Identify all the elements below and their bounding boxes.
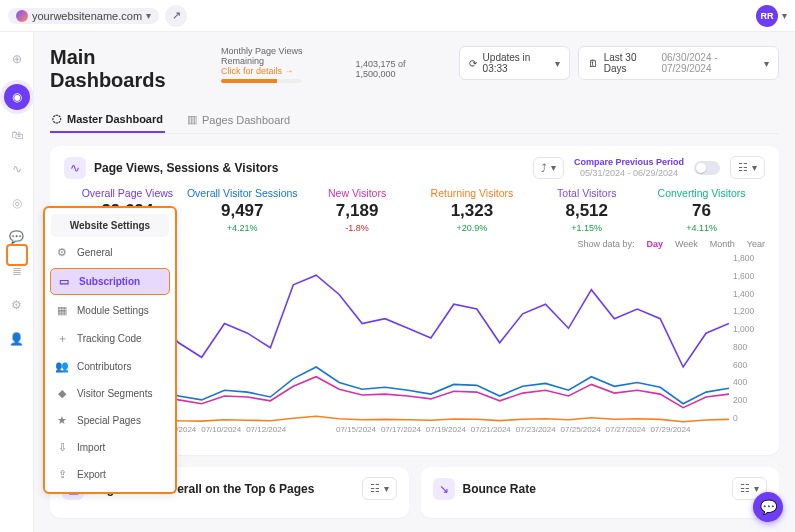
metric-value: 7,189 [300,201,415,221]
rail-dashboard-icon[interactable]: ◉ [4,84,30,110]
topbar: yourwebsitename.com ▾ ↗ RR ▾ [0,0,795,32]
pages-icon: ▥ [187,113,197,126]
flyout-title: Website Settings [51,214,169,237]
metric-label: Total Visitors [529,187,644,199]
compare-title: Compare Previous Period [574,157,684,168]
rail-settings-icon[interactable]: ⚙ [8,296,26,314]
flyout-item-contributors[interactable]: 👥Contributors [45,353,175,380]
x-tick: 07/29/2024 [648,425,693,441]
site-selector[interactable]: yourwebsitename.com ▾ [8,8,159,24]
flyout-item-icon: ⇪ [55,468,69,481]
metric[interactable]: New Visitors7,189-1.8% [300,187,415,233]
flyout-item-icon: ★ [55,414,69,427]
tab-master-dashboard[interactable]: ◌ Master Dashboard [50,106,165,133]
x-tick: 07/17/2024 [378,425,423,441]
card-settings-button[interactable]: ☷ ▾ [362,477,397,500]
page-title: Main Dashboards [50,46,203,92]
updates-label: Updates in 03:33 [483,52,549,74]
refresh-icon: ⟳ [469,58,477,69]
metric-value: 1,323 [414,201,529,221]
flyout-item-label: Export [77,469,106,480]
calendar-icon: 🗓 [588,58,598,69]
external-link-icon: ↗ [172,9,181,22]
open-external-button[interactable]: ↗ [165,5,187,27]
granularity-year[interactable]: Year [747,239,765,249]
flyout-item-label: Contributors [77,361,131,372]
x-tick: 07/12/2024 [244,425,289,441]
quota-bar [221,79,301,83]
y-tick: 1,000 [733,324,765,334]
chevron-down-icon[interactable]: ▾ [782,10,787,21]
x-tick: 07/10/2024 [199,425,244,441]
chevron-down-icon: ▾ [146,10,151,21]
flyout-item-label: Import [77,442,105,453]
metric[interactable]: Converting Visitors76+4.11% [644,187,759,233]
upload-icon: ⤴ [541,162,547,174]
quota-label: Monthly Page Views Remaining [221,46,338,66]
bounce-icon: ↘ [433,478,455,500]
metric-change: +4.11% [644,223,759,233]
flyout-item-label: Visitor Segments [77,388,152,399]
rail-cart-icon[interactable]: 🛍 [8,126,26,144]
flyout-item-general[interactable]: ⚙General [45,239,175,266]
flyout-item-icon: ▭ [57,275,71,288]
flyout-item-icon: 👥 [55,360,69,373]
metric-change: +20.9% [414,223,529,233]
flyout-item-subscription[interactable]: ▭Subscription [50,268,170,295]
metric-label: Overall Visitor Sessions [185,187,300,199]
metric-label: New Visitors [300,187,415,199]
user-avatar[interactable]: RR [756,5,778,27]
flyout-item-label: Subscription [79,276,140,287]
x-tick [289,425,334,441]
rail-activity-icon[interactable]: ∿ [8,160,26,178]
flyout-item-label: Module Settings [77,305,149,316]
y-tick: 200 [733,395,765,405]
range-label: Last 30 Days [604,52,656,74]
metric-change: +1.15% [529,223,644,233]
granularity-week[interactable]: Week [675,239,698,249]
granularity-day[interactable]: Day [646,239,663,249]
flyout-item-visitor-segments[interactable]: ◆Visitor Segments [45,380,175,407]
compare-period: Compare Previous Period 05/31/2024 - 06/… [574,157,684,179]
range-value: 06/30/2024 - 07/29/2024 [661,52,758,74]
flyout-item-module-settings[interactable]: ▦Module Settings [45,297,175,324]
settings-button[interactable]: ☷ ▾ [730,156,765,179]
rail-users-icon[interactable]: 👤 [8,330,26,348]
quota-widget[interactable]: Monthly Page Views Remaining Click for d… [221,46,338,83]
x-tick: 07/15/2024 [334,425,379,441]
x-tick: 07/21/2024 [468,425,513,441]
updates-pill[interactable]: ⟳ Updates in 03:33 ▾ [459,46,570,80]
rail-add-icon[interactable]: ⊕ [8,50,26,68]
y-tick: 400 [733,377,765,387]
y-tick: 1,800 [733,253,765,263]
chevron-down-icon: ▾ [764,58,769,69]
metric-value: 76 [644,201,759,221]
chart-icon: ∿ [64,157,86,179]
metric[interactable]: Total Visitors8,512+1.15% [529,187,644,233]
metric-label: Returning Visitors [414,187,529,199]
rail-target-icon[interactable]: ◎ [8,194,26,212]
metric[interactable]: Overall Visitor Sessions9,497+4.21% [185,187,300,233]
flyout-item-special-pages[interactable]: ★Special Pages [45,407,175,434]
sliders-icon: ☷ [740,482,750,495]
site-name: yourwebsitename.com [32,10,142,22]
chevron-down-icon: ▾ [752,162,757,173]
compare-toggle[interactable] [694,161,720,175]
site-favicon [16,10,28,22]
flyout-item-import[interactable]: ⇩Import [45,434,175,461]
export-button[interactable]: ⤴ ▾ [533,157,564,179]
quota-value: 1,403,175 of 1,500,000 [356,59,441,79]
flyout-item-export[interactable]: ⇪Export [45,461,175,488]
flyout-item-icon: ▦ [55,304,69,317]
page-header: Main Dashboards Monthly Page Views Remai… [50,46,779,92]
flyout-item-label: Tracking Code [77,333,142,344]
tab-pages-dashboard[interactable]: ▥ Pages Dashboard [185,106,292,133]
granularity-month[interactable]: Month [710,239,735,249]
flyout-item-tracking-code[interactable]: ＋Tracking Code [45,324,175,353]
card-title: Page Views, Sessions & Visitors [94,161,278,175]
date-range-pill[interactable]: 🗓 Last 30 Days 06/30/2024 - 07/29/2024 ▾ [578,46,779,80]
metric[interactable]: Returning Visitors1,323+20.9% [414,187,529,233]
chevron-down-icon: ▾ [754,483,759,494]
website-settings-flyout: Website Settings ⚙General▭Subscription▦M… [43,206,177,494]
chat-fab[interactable]: 💬 [753,492,783,522]
